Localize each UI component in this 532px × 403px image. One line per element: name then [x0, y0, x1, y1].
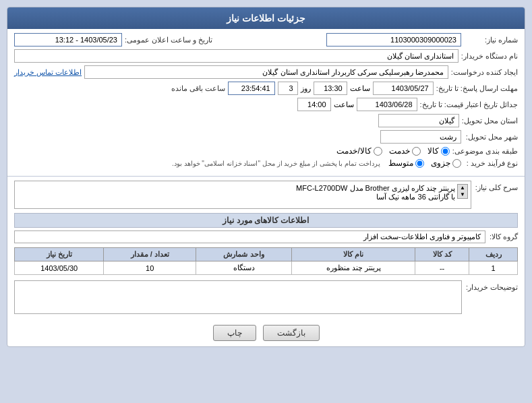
jadaval-label: جدائل تاریخ اعتبار قیمت: تا تاریخ: — [420, 100, 518, 109]
tabaghe-khedmat-radio[interactable] — [412, 147, 421, 156]
noe-farayand-jozvi-item[interactable]: جزوی — [431, 158, 461, 168]
ijad-konande-value: محمدرضا رهبرسلیکی سرکی کاربردار استاندار… — [84, 65, 448, 79]
shomare-niaz-label: شماره نیاز: — [464, 36, 518, 44]
serh-label: سرح کلی نیاز: — [475, 181, 518, 192]
jadaval-time: 14:00 — [297, 98, 331, 111]
chap-button[interactable]: چاپ — [213, 325, 256, 341]
ostan-value: گیلان — [378, 114, 459, 127]
group-kala-row: گروه کالا: کامپیوتر و فناوری اطلاعات-سخت… — [7, 229, 525, 245]
group-kala-label: گروه کالا: — [490, 232, 518, 241]
page-wrapper: جزئیات اطلاعات نیاز شماره نیاز: 11030003… — [0, 0, 532, 354]
mohlat-day: 3 — [278, 82, 298, 95]
ostan-row: استان محل تحویل: گیلان — [14, 114, 518, 127]
mohlat-remaining-label: ساعت باقی مانده — [171, 84, 225, 93]
tozih-textarea[interactable] — [14, 280, 462, 314]
shahr-row: شهر محل تحویل: رشت — [14, 130, 518, 144]
tabaghe-row: طبقه بندی موضوعی: کالا خدمت کالا/خدمت — [14, 146, 518, 156]
col-vahed: واحد شمارش — [196, 248, 291, 261]
cell-tedad: 10 — [104, 261, 196, 275]
noe-farayand-radio-group: جزوی متوسط — [388, 158, 461, 168]
group-kala-value: کامپیوتر و فناوری اطلاعات-سخت افزار — [14, 230, 485, 243]
noe-farayand-jozvi-label: جزوی — [431, 158, 450, 168]
serh-scrollbar: ▲ ▼ — [457, 184, 468, 199]
shomare-niaz-value: 1103000309000023 — [326, 33, 461, 46]
etelaate-kala-title: اطلاعات کالاهای مورد نیاز — [14, 213, 518, 228]
tabaghe-kala-item[interactable]: کالا — [427, 146, 450, 156]
page-title: جزئیات اطلاعات نیاز — [227, 13, 305, 24]
tozih-section: توضیحات خریدار: — [7, 278, 525, 317]
col-kod-kala: کد کالا — [415, 248, 469, 261]
noe-farayand-motevaset-radio[interactable] — [415, 159, 424, 168]
noe-farayand-row: نوع فرآیند خرید : جزوی متوسط پرداخت تمام… — [14, 158, 518, 168]
shahr-label: شهر محل تحویل: — [464, 133, 518, 142]
tabaghe-label: طبقه بندی موضوعی: — [452, 147, 518, 156]
footer-buttons: بازگشت چاپ — [7, 319, 525, 346]
nam-dastgah-row: نام دستگاه خریدار: استانداری استان گیلان — [14, 49, 518, 63]
tabaghe-kalakhedmat-label: کالا/خدمت — [336, 146, 371, 156]
col-tedad: تعداد / مقدار — [104, 248, 196, 261]
noe-farayand-label: نوع فرآیند خرید : — [464, 159, 518, 168]
jadaval-row: جدائل تاریخ اعتبار قیمت: تا تاریخ: 1403/… — [14, 98, 518, 111]
col-tarikh: تاریخ نیاز — [15, 248, 104, 261]
serh-scroll-up[interactable]: ▲ — [458, 185, 467, 191]
etelaate-tamas-link[interactable]: اطلاعات تماس خریدار — [14, 68, 82, 77]
cell-tarikh: 1403/05/30 — [15, 261, 104, 275]
serh-text: پرینتر چند کاره لیزری Brother مدل MFC-L2… — [18, 184, 455, 202]
info-section: شماره نیاز: 1103000309000023 تاریخ و ساع… — [7, 29, 525, 175]
main-card: جزئیات اطلاعات نیاز شماره نیاز: 11030003… — [7, 7, 525, 347]
table-header-row: ردیف کد کالا نام کالا واحد شمارش تعداد /… — [15, 248, 518, 261]
tabaghe-radio-group: کالا خدمت کالا/خدمت — [336, 146, 449, 156]
cell-vahed: دستگاه — [196, 261, 291, 275]
jadaval-date: 1403/06/28 — [357, 98, 417, 111]
cell-kod: -- — [415, 261, 469, 275]
items-table: ردیف کد کالا نام کالا واحد شمارش تعداد /… — [14, 247, 518, 275]
noe-farayand-note: پرداخت تمام با پخشی از مبلغ خرید از محل … — [172, 160, 380, 167]
tarikh-saat-label: تاریخ و ساعت اعلان عمومی: — [125, 36, 212, 44]
serh-box: ▲ ▼ پرینتر چند کاره لیزری Brother مدل MF… — [14, 181, 471, 209]
cell-nam: پرینتر چند منظوره — [292, 261, 415, 275]
noe-farayand-motevaset-label: متوسط — [388, 158, 413, 168]
noe-farayand-motevaset-item[interactable]: متوسط — [388, 158, 424, 168]
tabaghe-khedmat-label: خدمت — [389, 146, 410, 156]
mohlat-remaining: 23:54:41 — [228, 82, 275, 95]
ijad-konande-label: ایجاد کننده درخواست: — [451, 68, 518, 77]
cell-radif: 1 — [469, 261, 518, 275]
nam-dastgah-value: استانداری استان گیلان — [14, 49, 459, 63]
nam-dastgah-label: نام دستگاه خریدار: — [461, 52, 518, 61]
card-header: جزئیات اطلاعات نیاز — [7, 7, 525, 29]
col-radif: ردیف — [469, 248, 518, 261]
ostan-label: استان محل تحویل: — [462, 117, 518, 125]
tabaghe-kalakhedmat-radio[interactable] — [374, 147, 382, 156]
tozih-label: توضیحات خریدار: — [466, 280, 518, 292]
tabaghe-kala-radio[interactable] — [441, 147, 450, 156]
content-area: شماره نیاز: 1103000309000023 تاریخ و ساع… — [7, 29, 525, 346]
table-row: 1 -- پرینتر چند منظوره دستگاه 10 1403/05… — [15, 261, 518, 275]
ijad-konande-row: ایجاد کننده درخواست: محمدرضا رهبرسلیکی س… — [14, 65, 518, 79]
serh-section: سرح کلی نیاز: ▲ ▼ پرینتر چند کاره لیزری … — [7, 178, 525, 210]
tabaghe-kalakhedmat-item[interactable]: کالا/خدمت — [336, 146, 382, 156]
mohlat-time: 13:30 — [314, 82, 347, 95]
shahr-value: رشت — [380, 130, 461, 144]
tarikh-saat-value: 1403/05/23 - 13:12 — [14, 33, 122, 46]
shomare-niaz-row: شماره نیاز: 1103000309000023 تاریخ و ساع… — [14, 33, 518, 46]
col-nam-kala: نام کالا — [292, 248, 415, 261]
mohlat-label: مهلت ارسال پاسخ: تا تاریخ: — [436, 84, 518, 93]
noe-farayand-jozvi-radio[interactable] — [452, 159, 461, 168]
tabaghe-kala-label: کالا — [427, 146, 439, 156]
tabaghe-khedmat-item[interactable]: خدمت — [389, 146, 421, 156]
mohlat-date: 1403/05/27 — [373, 82, 434, 95]
serh-scroll-down[interactable]: ▼ — [458, 191, 467, 198]
mohlat-row: مهلت ارسال پاسخ: تا تاریخ: 1403/05/27 سا… — [14, 82, 518, 95]
bazgasht-button[interactable]: بازگشت — [263, 325, 320, 341]
